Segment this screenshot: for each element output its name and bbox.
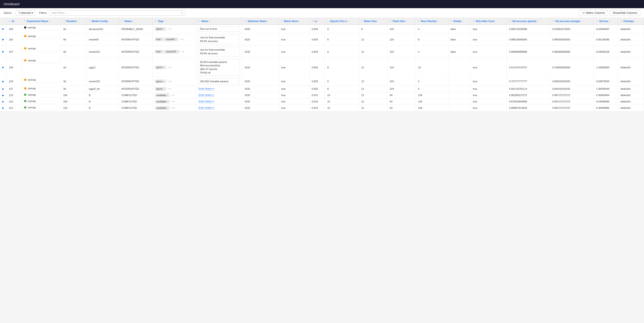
tag-dropdown[interactable]: ▾ bbox=[173, 94, 174, 97]
col-optimizer-header[interactable]: ⠿Optimizer Name↕ bbox=[242, 18, 279, 24]
metric-columns-button[interactable]: +/- Metric Columns bbox=[579, 10, 608, 16]
col-duration-header[interactable]: ⠿Duration↕ bbox=[61, 18, 86, 24]
cell-batch-norm: true bbox=[279, 86, 309, 92]
cell-batch-size: 12 bbox=[359, 77, 387, 86]
cell-id: 163 bbox=[6, 34, 22, 46]
cell-patch-size: 64 bbox=[388, 98, 416, 105]
tag-remove[interactable]: × bbox=[161, 38, 162, 41]
col-checkpoint-header[interactable]: ⠿Checkpo↕ bbox=[618, 18, 644, 24]
cell-epochs-per-lr: 8 bbox=[325, 86, 359, 92]
cell-rotate bbox=[448, 98, 470, 105]
tag-dropdown[interactable]: ▾ bbox=[170, 88, 171, 90]
col-val-loss-header[interactable]: ⠿Val loss↕ bbox=[594, 18, 618, 24]
col-batch-size-header[interactable]: ⠿Batch Size↕ bbox=[359, 18, 387, 24]
tag-dropdown[interactable]: ▾ bbox=[173, 106, 174, 110]
col-experiment-name-header[interactable]: ⠿Experiment Name↕ bbox=[22, 18, 61, 24]
table-wrapper[interactable]: ⠿Id↕ ⠿Experiment Name↕ ⠿Duration↕ ⠿Model… bbox=[0, 18, 644, 323]
cell-model-config: resnet50 bbox=[86, 34, 119, 46]
cell-epochs-per-lr: 8 bbox=[325, 24, 359, 34]
tag-dropdown[interactable]: ▾ bbox=[170, 80, 171, 83]
topbar: Omniboard bbox=[0, 0, 644, 8]
cell-id: 123 bbox=[6, 92, 22, 98]
tag-remove[interactable]: × bbox=[161, 50, 162, 53]
tag: final× bbox=[155, 38, 164, 41]
row-expand[interactable]: ▶ bbox=[0, 34, 6, 46]
tag-remove[interactable]: × bbox=[167, 107, 168, 109]
tag-dropdown[interactable]: ▾ bbox=[182, 38, 183, 41]
tag-remove[interactable]: × bbox=[167, 100, 168, 103]
tag-remove[interactable]: × bbox=[163, 80, 165, 83]
tag-clear[interactable]: × bbox=[171, 94, 172, 96]
tag-clear[interactable]: × bbox=[180, 38, 181, 41]
col-tags-header[interactable]: ⠿Tags↕ bbox=[152, 18, 196, 24]
show-hide-button[interactable]: Show/Hide Columns bbox=[610, 10, 640, 16]
tag-clear[interactable]: × bbox=[181, 50, 182, 53]
cell-batch-size: 12 bbox=[359, 86, 387, 92]
cell-duration: 4d bbox=[61, 34, 86, 46]
tag-clear[interactable]: × bbox=[168, 88, 169, 90]
row-expand[interactable]: ▶ bbox=[0, 58, 6, 77]
cell-notes: 66,954 trainable params Bad accuracy/los… bbox=[196, 58, 242, 77]
tag: candidate× bbox=[155, 94, 170, 97]
enter-notes-link[interactable]: Enter Notes ✏ bbox=[198, 100, 214, 103]
cell-val-accuracy-patch: 0.661144781114 bbox=[507, 86, 550, 92]
row-expand[interactable]: ▶ bbox=[0, 24, 6, 34]
col-rotate-header[interactable]: ⠿Rotate↕ bbox=[448, 18, 470, 24]
col-model-config-header[interactable]: ⠿Model Config↕ bbox=[86, 18, 119, 24]
col-val-acc-patch-header[interactable]: ⠿Val accuracy (patch)↕ bbox=[507, 18, 550, 24]
col-epochs-per-lr-header[interactable]: ⠿Epochs Per Lr↕ bbox=[325, 18, 359, 24]
cell-tags: candidate××▾ bbox=[152, 98, 196, 105]
tag: ignore× bbox=[155, 87, 166, 91]
col-notes-header[interactable]: ⠿Notes↕ bbox=[196, 18, 242, 24]
col-lr-header[interactable]: ⠿Lr↕ bbox=[309, 18, 325, 24]
enter-notes-link[interactable]: Enter Notes ✏ bbox=[198, 106, 214, 110]
enter-notes-link[interactable]: Enter Notes ✏ bbox=[198, 87, 214, 90]
col-id-header[interactable]: ⠿Id↕ bbox=[6, 18, 22, 24]
row-expand[interactable]: ▶ bbox=[0, 86, 6, 92]
tag-clear[interactable]: × bbox=[171, 106, 172, 109]
tag: resnet152× bbox=[164, 50, 179, 54]
cell-lr: 0.003 bbox=[309, 86, 325, 92]
notes-text: Ran out of time bbox=[198, 26, 240, 32]
cell-rotate bbox=[448, 77, 470, 86]
tag-clear[interactable]: × bbox=[171, 100, 172, 103]
filter-input[interactable]: Add Filters... ▾ bbox=[49, 10, 185, 16]
tag-dropdown[interactable]: ▾ bbox=[183, 50, 184, 53]
row-expand[interactable]: ▶ bbox=[0, 77, 6, 86]
row-expand[interactable]: ▶ bbox=[0, 105, 6, 111]
status-select[interactable]: 7 selected ▾ bbox=[16, 10, 36, 16]
tag-remove[interactable]: × bbox=[177, 50, 178, 53]
tag-clear[interactable]: × bbox=[168, 66, 169, 69]
tag-dropdown[interactable]: ▾ bbox=[170, 28, 171, 30]
row-expand[interactable]: ▶ bbox=[0, 98, 6, 105]
cell-rotate bbox=[448, 105, 470, 111]
tag-dropdown[interactable]: ▾ bbox=[170, 66, 171, 69]
col-num-patches-header[interactable]: ⠿Num Patches↕ bbox=[416, 18, 448, 24]
col-patch-size-header[interactable]: ⠿Patch Size↕ bbox=[388, 18, 416, 24]
col-status-header[interactable]: ⠿Status↕ bbox=[119, 18, 152, 24]
tag-remove[interactable]: × bbox=[163, 66, 165, 68]
tag-remove[interactable]: × bbox=[163, 28, 165, 30]
cell-relu-after-conv: true bbox=[470, 34, 507, 46]
enter-notes-link[interactable]: Enter Notes ✏ bbox=[198, 94, 214, 97]
cell-model-config: B bbox=[86, 98, 119, 105]
col-batch-norm-header[interactable]: ⠿Batch Norm↕ bbox=[279, 18, 309, 24]
col-relu-header[interactable]: ⠿Relu After Conv↕ bbox=[470, 18, 507, 24]
tag-label: ignore bbox=[156, 88, 162, 90]
cell-id: 130 bbox=[6, 58, 22, 77]
filter-chevron: ▾ bbox=[182, 11, 183, 14]
cell-optimizer: SGD bbox=[242, 24, 279, 34]
row-expand[interactable]: ▶ bbox=[0, 92, 6, 98]
right-buttons: +/- Metric Columns Show/Hide Columns bbox=[579, 10, 640, 16]
tag-remove[interactable]: × bbox=[175, 38, 177, 41]
tag-clear[interactable]: × bbox=[168, 80, 169, 83]
tag-remove[interactable]: × bbox=[167, 94, 168, 96]
row-expand[interactable]: ▶ bbox=[0, 46, 6, 58]
notes-text: 66,954 trainable params Bad accuracy/los… bbox=[198, 59, 240, 76]
tag-clear[interactable]: × bbox=[168, 28, 169, 30]
col-val-acc-image-header[interactable]: ⠿Val accuracy (image)↕ bbox=[550, 18, 594, 24]
tag-remove[interactable]: × bbox=[163, 88, 165, 90]
tag-dropdown[interactable]: ▾ bbox=[173, 100, 174, 103]
cell-num-patches: 4 bbox=[416, 24, 448, 34]
cell-rotate: false bbox=[448, 46, 470, 58]
